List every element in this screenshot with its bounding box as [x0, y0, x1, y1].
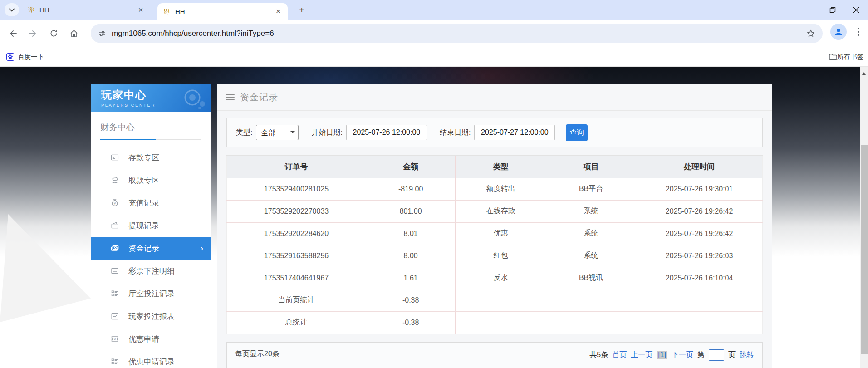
table-row: 1753529202270033801.00在线存款系统2025-07-26 1… [227, 200, 763, 222]
url-text[interactable]: mgm1065.com/hhcp/usercenter.html?iniType… [112, 29, 806, 38]
menu-dots-icon[interactable] [853, 26, 864, 38]
table-cell: -0.38 [366, 311, 456, 334]
tab-close-icon[interactable]: ✕ [137, 6, 145, 14]
gamepad-decor-icon [182, 88, 208, 110]
table-cell: -0.38 [366, 289, 456, 311]
table-cell: 红包 [456, 245, 546, 267]
url-bar[interactable]: mgm1065.com/hhcp/usercenter.html?iniType… [91, 24, 823, 43]
tab-hh-2[interactable]: HH ✕ [157, 3, 288, 20]
sidebar-item-label: 优惠申请 [128, 334, 159, 344]
table-cell: 优惠 [456, 222, 546, 245]
table-cell: -819.00 [366, 178, 456, 200]
reload-icon[interactable] [46, 26, 61, 41]
section-underline [100, 139, 201, 140]
table-cell: 1.61 [366, 267, 456, 289]
scrollbar-thumb[interactable] [861, 145, 868, 354]
background-triangle-decor [0, 214, 91, 322]
tab-search-chevron-icon[interactable] [5, 3, 19, 16]
table-cell [456, 311, 546, 334]
sidebar-item-withdraw-zone[interactable]: 取款专区 [91, 169, 211, 191]
sidebar-item-label: 彩票下注明细 [128, 266, 175, 276]
table-cell: 2025-07-26 19:26:42 [636, 222, 763, 245]
sidebar-menu: 存款专区取款专区¥充值记录提现记录资金记录›彩票下注明细厅室投注记录玩家投注报表… [91, 146, 211, 368]
table-cell: 1753529163588256 [227, 245, 366, 267]
window-minimize-button[interactable] [797, 0, 821, 20]
tab-close-icon[interactable]: ✕ [274, 7, 282, 15]
table-cell: 反水 [456, 267, 546, 289]
type-select[interactable]: 全部 [256, 125, 299, 140]
baidu-paw-icon [6, 53, 14, 61]
bookmarks-bar: 百度一下 所有书签 [0, 47, 868, 67]
tab-label: HH [175, 8, 274, 15]
bookmark-baidu[interactable]: 百度一下 [6, 53, 44, 61]
chevron-right-icon: › [201, 244, 203, 253]
sidebar-item-label: 资金记录 [128, 243, 159, 254]
first-page-link[interactable]: 首页 [612, 350, 627, 360]
table-cell: 1753517404641967 [227, 267, 366, 289]
filter-bar: 类型: 全部 开始日期: 结束日期: 查询 [226, 118, 763, 147]
profile-avatar[interactable] [830, 24, 847, 40]
table-row: 1753529400281025-819.00额度转出BB平台2025-07-2… [227, 178, 763, 200]
jump-button[interactable]: 跳转 [740, 350, 754, 360]
back-icon[interactable] [5, 26, 20, 41]
table-cell: 2025-07-26 19:26:03 [636, 245, 763, 267]
window-restore-button[interactable] [821, 0, 844, 20]
current-page-indicator[interactable]: [1] [657, 351, 667, 359]
list-squares-icon [110, 357, 119, 366]
end-date-input[interactable] [474, 125, 555, 140]
table-cell: 2025-07-26 19:26:42 [636, 200, 763, 222]
column-header: 类型 [456, 156, 546, 178]
all-bookmarks-button[interactable]: 所有书签 [829, 53, 863, 61]
funds-table: 订单号金额类型项目处理时间 1753529400281025-819.00额度转… [226, 156, 763, 334]
tab-hh-1[interactable]: HH ✕ [22, 0, 150, 20]
wallet-icon [110, 221, 119, 230]
pagination-bar: 每页显示20条 共5条 首页 上一页 [1] 下一页 第 页 跳转 [226, 342, 763, 368]
sidebar-item-withdrawal-records[interactable]: 提现记录 [91, 214, 211, 237]
table-row: 17535174046419671.61反水BB视讯2025-07-26 16:… [227, 267, 763, 289]
sidebar-item-label: 厅室投注记录 [128, 289, 175, 299]
page-jump-input[interactable] [709, 349, 724, 361]
page-size-text: 每页显示20条 [235, 349, 280, 359]
sidebar-item-funds-records[interactable]: 资金记录› [91, 237, 211, 260]
bookmark-star-icon[interactable] [806, 29, 815, 38]
card-icon [110, 153, 119, 162]
browser-toolbar: mgm1065.com/hhcp/usercenter.html?iniType… [0, 20, 868, 47]
prev-page-link[interactable]: 上一页 [631, 350, 652, 360]
sidebar-item-deposit-zone[interactable]: 存款专区 [91, 146, 211, 169]
table-cell [636, 289, 763, 311]
next-page-link[interactable]: 下一页 [672, 350, 693, 360]
table-row: 17535291635882568.00红包系统2025-07-26 19:26… [227, 245, 763, 267]
table-cell: 1753529400281025 [227, 178, 366, 200]
site-settings-icon[interactable] [98, 29, 106, 38]
hamburger-icon[interactable] [226, 94, 235, 101]
sidebar-item-promo-apply-records[interactable]: 优惠申请记录 [91, 350, 211, 368]
table-cell: BB平台 [546, 178, 636, 200]
forward-icon[interactable] [25, 26, 41, 41]
window-close-button[interactable] [844, 0, 868, 20]
scrollbar-up-arrow-icon[interactable] [862, 70, 866, 75]
bookmark-label: 百度一下 [18, 53, 44, 61]
page-title: 资金记录 [240, 91, 278, 103]
table-cell: 系统 [546, 222, 636, 245]
page-scrollbar[interactable] [860, 67, 868, 368]
table-cell: 801.00 [366, 200, 456, 222]
home-icon[interactable] [66, 26, 82, 41]
start-date-input[interactable] [346, 125, 427, 140]
sidebar-item-lottery-bet-details[interactable]: 彩票下注明细 [91, 260, 211, 282]
search-button[interactable]: 查询 [566, 124, 588, 141]
sidebar-item-player-bet-report[interactable]: 玩家投注报表 [91, 305, 211, 328]
player-center-sidebar: 玩家中心 PLAYERS CENTER 财务中心 存款专区取款专区¥充值记录提现… [91, 84, 211, 368]
main-panel: 资金记录 类型: 全部 开始日期: 结束日期: 查询 订单号金额类型项目处理时间 [217, 84, 772, 368]
sidebar-item-label: 充值记录 [128, 198, 159, 208]
chart-icon [110, 312, 119, 321]
type-label: 类型: [236, 128, 252, 137]
list-card-icon [110, 266, 119, 275]
table-row: 总统计-0.38 [227, 311, 763, 334]
sidebar-item-hall-bet-records[interactable]: 厅室投注记录 [91, 282, 211, 305]
jump-prefix-label: 第 [697, 350, 705, 360]
site-favicon-icon [163, 8, 171, 15]
column-header: 金额 [366, 156, 456, 178]
sidebar-item-recharge-records[interactable]: ¥充值记录 [91, 191, 211, 214]
new-tab-button[interactable]: + [296, 4, 308, 16]
sidebar-item-promo-apply[interactable]: ¥优惠申请 [91, 328, 211, 350]
